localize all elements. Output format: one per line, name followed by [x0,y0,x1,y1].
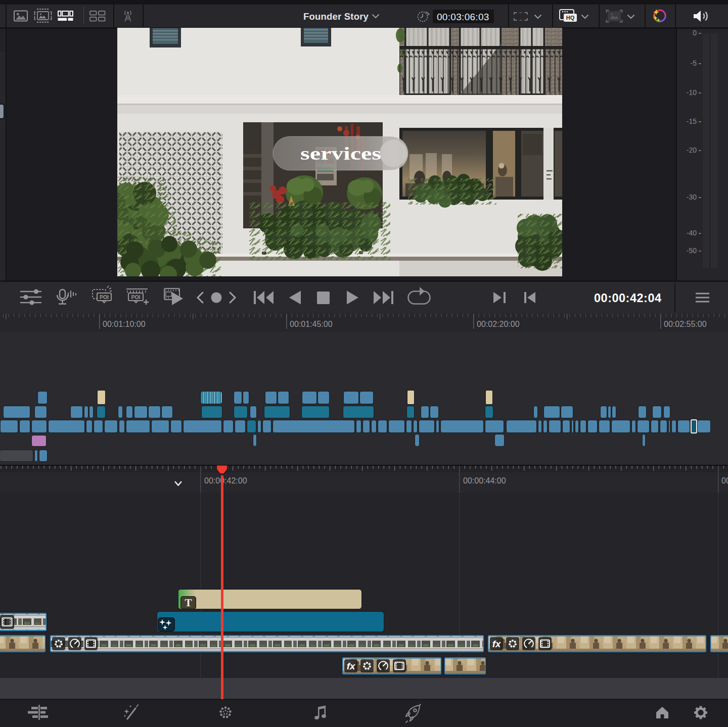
svg-text:services: services [300,144,381,164]
svg-text:fx: fx [492,639,502,649]
svg-text:T: T [185,597,192,609]
svg-text:fx: fx [347,661,356,671]
svg-text:POI: POI [131,294,140,300]
svg-text:HQ: HQ [566,15,575,21]
svg-text:POI: POI [100,294,109,300]
